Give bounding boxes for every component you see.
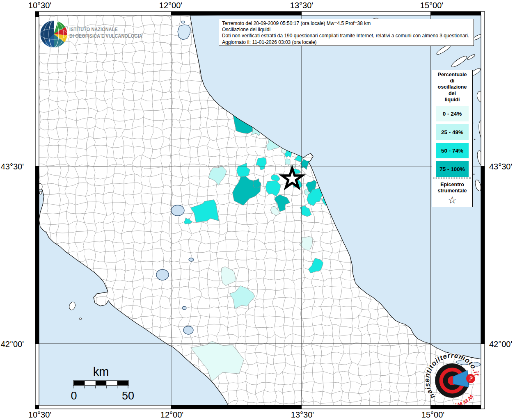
epicenter-star-icon: ☆ xyxy=(432,195,472,205)
legend-title-line: oscillazione xyxy=(432,84,472,90)
axis-label-bottom: 13°30' xyxy=(291,410,314,420)
axis-label-left: 42°00' xyxy=(0,339,24,349)
info-line-source: Dati non verificati estratti da 190 ques… xyxy=(222,33,471,39)
axis-label-bottom: 15°00' xyxy=(421,410,444,420)
legend-separator xyxy=(433,178,471,178)
map-inner: km050 xyxy=(36,12,494,420)
axis-label-top: 15°00' xyxy=(420,0,443,10)
info-line-type: Oscillazione dei liquidi xyxy=(222,27,471,33)
island xyxy=(39,191,42,194)
lake xyxy=(182,306,186,310)
legend-epicenter: Epicentro strumentale ☆ xyxy=(432,180,472,205)
lake xyxy=(171,205,184,216)
legend-swatch: 0 - 24% xyxy=(436,106,469,121)
axis-label-left: 43°30' xyxy=(0,162,24,171)
map-svg: km050?haisentitoilterremoto.itwww. xyxy=(0,0,515,420)
legend-swatch: 25 - 49% xyxy=(436,124,469,140)
frame-black-segment xyxy=(430,405,481,409)
scale-segment xyxy=(74,381,85,385)
axis-label-right: 42°00' xyxy=(489,339,512,349)
legend-swatches: 0 - 24%25 - 49%50 - 74%75 - 100% xyxy=(432,106,472,177)
legend-title-line: dei xyxy=(432,91,472,97)
info-line-title: Terremoto del 20-09-2009 05:50:17 (ora l… xyxy=(222,21,471,27)
lake xyxy=(183,326,193,334)
legend-title-line: di xyxy=(432,78,472,84)
page-root: km050?haisentitoilterremoto.itwww. 10°30… xyxy=(0,0,515,420)
scale-segment xyxy=(96,381,106,385)
scale-unit-label: km xyxy=(93,365,109,378)
info-box: Terremoto del 20-09-2009 05:50:17 (ora l… xyxy=(219,19,474,46)
legend-title-line: Percentuale xyxy=(432,72,472,78)
legend-epicenter-line: strumentale xyxy=(432,188,472,194)
legend-swatch: 75 - 100% xyxy=(436,161,469,177)
scale-segment xyxy=(117,381,128,385)
islet-dot xyxy=(474,139,476,140)
axis-label-bottom: 10°30' xyxy=(28,410,51,420)
legend-swatch: 50 - 74% xyxy=(436,143,469,158)
frame-black-segment xyxy=(171,405,302,409)
lagoon xyxy=(181,21,185,23)
frame-black-segment xyxy=(171,11,302,15)
frame-black-segment xyxy=(35,166,39,344)
scale-start-label: 0 xyxy=(71,390,77,402)
ingv-globe-icon xyxy=(40,21,67,48)
ingv-logo-title: ISTITUTO NAZIONALE DI GEOFISICA E VULCAN… xyxy=(69,26,142,39)
frame-black-segment xyxy=(481,166,485,344)
axis-label-top: 10°30' xyxy=(28,0,51,10)
ingv-title-line2: DI GEOFISICA E VULCANOLOGIA xyxy=(69,33,142,39)
axis-label-top: 13°30' xyxy=(290,0,313,10)
ingv-title-line1: ISTITUTO NAZIONALE xyxy=(69,26,142,33)
frame-black-segment xyxy=(35,11,39,17)
frame-black-segment xyxy=(35,405,39,409)
municipality-region xyxy=(285,159,291,165)
island xyxy=(79,318,82,320)
legend-epicenter-line: Epicentro xyxy=(432,182,472,188)
legend-title-line: liquidi xyxy=(432,97,472,103)
lake xyxy=(189,258,194,261)
frame-black-segment xyxy=(430,11,481,15)
islet-dot xyxy=(474,174,475,175)
legend: Percentuale di oscillazione dei liquidi … xyxy=(432,70,473,207)
axis-label-bottom: 12°00' xyxy=(160,410,183,420)
info-line-updated: Aggiornato il: 11-01-2026 03:03 (ora loc… xyxy=(222,39,471,46)
axis-label-right: 43°30' xyxy=(489,162,512,171)
scale-end-label: 50 xyxy=(122,390,134,402)
lake xyxy=(156,269,169,280)
axis-label-top: 12°00' xyxy=(159,0,182,10)
